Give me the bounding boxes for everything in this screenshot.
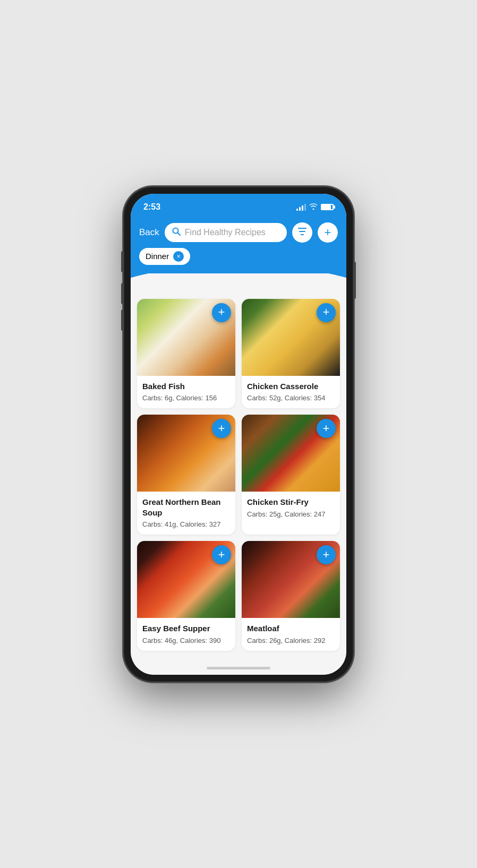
recipes-grid: + Baked Fish Carbs: 6g, Calories: 156	[137, 299, 340, 651]
header: Back Find Healthy Recipes	[131, 217, 346, 273]
chip-label: Dinner	[146, 252, 169, 261]
add-meatloaf-button[interactable]: +	[317, 545, 336, 564]
plus-icon: +	[323, 549, 330, 561]
plus-icon: +	[218, 306, 225, 318]
recipes-content: + Baked Fish Carbs: 6g, Calories: 156	[131, 293, 346, 662]
chicken-casserole-name: Chicken Casserole	[247, 381, 335, 392]
bean-soup-info: Great Northern Bean Soup Carbs: 41g, Cal…	[137, 492, 235, 535]
plus-icon: +	[325, 227, 331, 238]
filter-icon	[298, 228, 306, 237]
recipe-image-wrap: +	[242, 541, 340, 618]
battery-icon	[321, 204, 334, 210]
search-placeholder: Find Healthy Recipes	[185, 228, 279, 237]
stir-fry-nutrition: Carbs: 25g, Calories: 247	[247, 510, 335, 518]
recipe-image-wrap: +	[137, 415, 235, 492]
bean-soup-name: Great Northern Bean Soup	[142, 497, 230, 518]
close-icon: ×	[177, 253, 181, 260]
status-icons	[296, 203, 334, 211]
bean-soup-nutrition: Carbs: 41g, Calories: 327	[142, 520, 230, 528]
chicken-casserole-nutrition: Carbs: 52g, Calories: 354	[247, 394, 335, 402]
back-button[interactable]: Back	[139, 227, 159, 238]
status-bar: 2:53	[131, 194, 346, 217]
beef-supper-info: Easy Beef Supper Carbs: 46g, Calories: 3…	[137, 618, 235, 651]
phone-screen: 2:53	[131, 194, 346, 675]
add-baked-fish-button[interactable]: +	[212, 303, 231, 322]
svg-line-1	[177, 233, 180, 235]
filter-button[interactable]	[292, 222, 312, 243]
phone-frame: 2:53	[124, 187, 353, 681]
recipe-image-wrap: +	[137, 541, 235, 618]
wave-divider	[131, 273, 346, 293]
recipe-card-stir-fry[interactable]: + Chicken Stir-Fry Carbs: 25g, Calories:…	[242, 415, 340, 535]
beef-supper-nutrition: Carbs: 46g, Calories: 390	[142, 637, 230, 644]
meatloaf-nutrition: Carbs: 26g, Calories: 292	[247, 637, 335, 644]
recipe-image-wrap: +	[242, 299, 340, 376]
baked-fish-info: Baked Fish Carbs: 6g, Calories: 156	[137, 376, 235, 409]
add-chicken-casserole-button[interactable]: +	[317, 303, 336, 322]
filter-chips: Dinner ×	[139, 248, 338, 265]
plus-icon: +	[323, 306, 330, 318]
remove-dinner-chip[interactable]: ×	[173, 251, 184, 262]
plus-icon: +	[218, 549, 225, 561]
add-recipe-button[interactable]: +	[318, 222, 338, 243]
recipe-card-beef-supper[interactable]: + Easy Beef Supper Carbs: 46g, Calories:…	[137, 541, 235, 651]
wifi-icon	[309, 203, 318, 211]
recipe-image-wrap: +	[137, 299, 235, 376]
add-beef-supper-button[interactable]: +	[212, 545, 231, 564]
stir-fry-name: Chicken Stir-Fry	[247, 497, 335, 508]
baked-fish-name: Baked Fish	[142, 381, 230, 392]
status-time: 2:53	[143, 202, 160, 212]
recipe-card-bean-soup[interactable]: + Great Northern Bean Soup Carbs: 41g, C…	[137, 415, 235, 535]
dinner-chip: Dinner ×	[139, 248, 190, 265]
meatloaf-info: Meatloaf Carbs: 26g, Calories: 292	[242, 618, 340, 651]
add-stir-fry-button[interactable]: +	[317, 419, 336, 438]
meatloaf-name: Meatloaf	[247, 623, 335, 634]
home-bar	[207, 667, 270, 669]
recipe-card-baked-fish[interactable]: + Baked Fish Carbs: 6g, Calories: 156	[137, 299, 235, 409]
recipe-image-wrap: +	[242, 415, 340, 492]
search-bar[interactable]: Find Healthy Recipes	[165, 223, 287, 242]
plus-icon: +	[323, 423, 330, 434]
home-indicator	[131, 662, 346, 675]
baked-fish-nutrition: Carbs: 6g, Calories: 156	[142, 394, 230, 402]
plus-icon: +	[218, 423, 225, 434]
beef-supper-name: Easy Beef Supper	[142, 623, 230, 634]
search-icon	[172, 227, 181, 238]
recipe-card-chicken-casserole[interactable]: + Chicken Casserole Carbs: 52g, Calories…	[242, 299, 340, 409]
stir-fry-info: Chicken Stir-Fry Carbs: 25g, Calories: 2…	[242, 492, 340, 525]
chicken-casserole-info: Chicken Casserole Carbs: 52g, Calories: …	[242, 376, 340, 409]
signal-icon	[296, 203, 306, 211]
recipe-card-meatloaf[interactable]: + Meatloaf Carbs: 26g, Calories: 292	[242, 541, 340, 651]
add-bean-soup-button[interactable]: +	[212, 419, 231, 438]
